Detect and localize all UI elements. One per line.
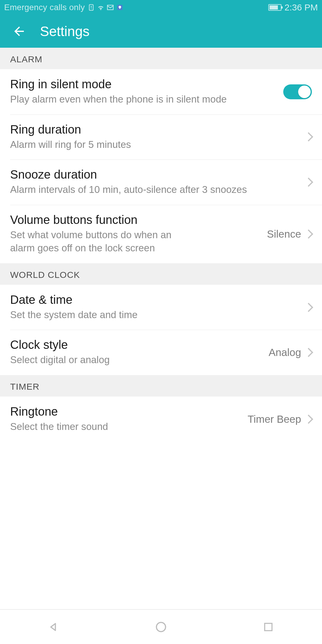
nav-back-icon	[47, 620, 61, 634]
sim-alert-icon	[87, 4, 95, 11]
row-subtitle: Set the system date and time	[10, 308, 299, 322]
nav-recent-button[interactable]	[250, 618, 286, 636]
row-subtitle: Set what volume buttons do when an alarm…	[10, 228, 195, 255]
page-title: Settings	[40, 23, 89, 39]
battery-icon	[268, 4, 281, 11]
section-header-timer: TIMER	[0, 375, 322, 397]
list-alarm: Ring in silent mode Play alarm even when…	[0, 69, 322, 263]
nav-recent-icon	[262, 621, 275, 633]
row-ring-silent-mode[interactable]: Ring in silent mode Play alarm even when…	[0, 69, 322, 114]
nav-home-button[interactable]	[143, 618, 179, 636]
chevron-right-icon	[304, 132, 313, 142]
chevron-right-icon	[304, 229, 313, 239]
status-bar: Emergency calls only 2:36 PM	[0, 0, 322, 15]
svg-rect-2	[91, 8, 91, 9]
row-value: Timer Beep	[247, 413, 301, 425]
row-subtitle: Alarm intervals of 10 min, auto-silence …	[10, 183, 299, 196]
list-world-clock: Date & time Set the system date and time…	[0, 285, 322, 375]
row-title: Volume buttons function	[10, 213, 261, 227]
wifi-icon	[97, 4, 105, 11]
chevron-right-icon	[304, 414, 313, 424]
row-title: Ringtone	[10, 405, 242, 418]
row-value: Analog	[269, 346, 301, 358]
row-snooze-duration[interactable]: Snooze duration Alarm intervals of 10 mi…	[0, 160, 322, 205]
network-status-text: Emergency calls only	[4, 3, 85, 12]
section-header-world-clock: WORLD CLOCK	[0, 263, 322, 285]
row-subtitle: Select the timer sound	[10, 420, 242, 434]
row-subtitle: Alarm will ring for 5 minutes	[10, 138, 299, 151]
navigation-bar	[0, 610, 322, 644]
app-notification-icon	[116, 4, 124, 11]
nav-back-button[interactable]	[36, 618, 72, 636]
row-subtitle: Select digital or analog	[10, 353, 263, 367]
chevron-right-icon	[304, 348, 313, 357]
row-ringtone[interactable]: Ringtone Select the timer sound Timer Be…	[0, 397, 322, 442]
content-spacer	[0, 442, 322, 609]
chevron-right-icon	[304, 177, 313, 187]
row-date-time[interactable]: Date & time Set the system date and time	[0, 285, 322, 330]
section-header-alarm: ALARM	[0, 48, 322, 69]
row-title: Date & time	[10, 293, 299, 306]
chevron-right-icon	[304, 303, 313, 312]
app-bar: Settings	[0, 15, 322, 48]
mail-icon	[106, 4, 114, 11]
svg-rect-6	[265, 623, 272, 631]
row-title: Snooze duration	[10, 168, 299, 181]
svg-point-5	[157, 622, 166, 631]
row-title: Ring duration	[10, 123, 299, 136]
row-ring-duration[interactable]: Ring duration Alarm will ring for 5 minu…	[0, 114, 322, 160]
status-indicator-icons	[87, 4, 124, 11]
toggle-ring-silent[interactable]	[283, 84, 312, 99]
back-button[interactable]	[10, 22, 28, 40]
row-title: Clock style	[10, 338, 263, 352]
row-subtitle: Play alarm even when the phone is in sil…	[10, 93, 277, 106]
row-title: Ring in silent mode	[10, 78, 277, 91]
list-timer: Ringtone Select the timer sound Timer Be…	[0, 397, 322, 442]
row-value: Silence	[267, 228, 301, 240]
svg-rect-1	[91, 6, 91, 8]
nav-home-icon	[154, 620, 168, 634]
arrow-left-icon	[12, 24, 26, 38]
status-time: 2:36 PM	[284, 2, 318, 13]
row-clock-style[interactable]: Clock style Select digital or analog Ana…	[0, 330, 322, 375]
row-volume-buttons-function[interactable]: Volume buttons function Set what volume …	[0, 205, 322, 263]
